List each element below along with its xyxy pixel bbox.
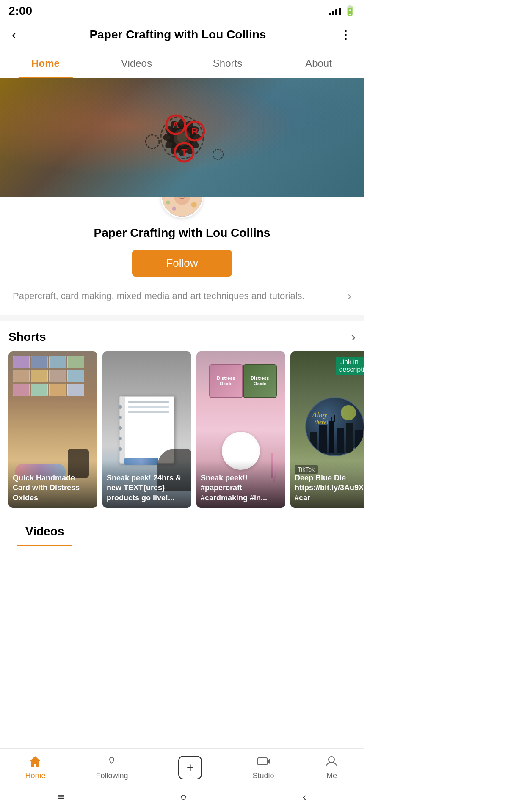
svg-point-17 (213, 149, 223, 159)
svg-rect-31 (329, 421, 334, 453)
android-home-button[interactable]: ○ (180, 790, 187, 804)
channel-banner: A R T (0, 78, 364, 197)
nav-item-studio[interactable]: Studio (252, 754, 274, 780)
status-bar: 2:00 🔋 (0, 0, 364, 20)
svg-text:Ahoy: Ahoy (312, 411, 328, 419)
nav-label-home: Home (25, 771, 45, 780)
status-time: 2:00 (8, 4, 32, 18)
short-caption: Quick Handmade Card with Distress Oxides (8, 461, 97, 508)
back-button[interactable]: ‹ (8, 26, 19, 44)
channel-description: Papercraft, card making, mixed media and… (13, 291, 343, 302)
svg-rect-33 (346, 423, 353, 453)
chevron-right-icon: › (348, 289, 351, 303)
tab-videos[interactable]: Videos (91, 49, 182, 78)
nav-item-me[interactable]: Me (324, 754, 339, 780)
svg-rect-30 (319, 425, 327, 453)
android-menu-button[interactable]: ≡ (58, 790, 64, 804)
create-button[interactable]: + (178, 756, 202, 779)
android-nav: ≡ ○ ‹ (0, 785, 364, 812)
oxide-grid (13, 356, 84, 396)
svg-rect-40 (258, 758, 267, 765)
nav-label-me: Me (326, 771, 337, 780)
page-title: Paper Crafting with Lou Collins (19, 28, 336, 41)
description-row[interactable]: Papercraft, card making, mixed media and… (8, 289, 356, 303)
channel-name: Paper Crafting with Lou Collins (94, 226, 271, 240)
svg-rect-34 (355, 430, 363, 453)
section-divider (0, 315, 364, 321)
short-card[interactable]: Ahoy there! Link indescription TikTok De… (290, 351, 364, 508)
profile-section: Paper Crafting with Lou Collins Follow P… (0, 197, 364, 315)
shorts-header: Shorts › (0, 329, 364, 351)
signal-icon (329, 7, 341, 15)
shorts-chevron-icon[interactable]: › (351, 329, 356, 345)
svg-point-42 (329, 757, 334, 763)
short-caption: Sneak peek!! #papercraft #cardmaking #in… (196, 461, 285, 508)
banner-art: A R T (110, 82, 254, 192)
nav-label-studio: Studio (252, 771, 274, 780)
shorts-section: Shorts › Quick Handmade Card with Distre… (0, 321, 364, 516)
status-icons: 🔋 (329, 5, 356, 16)
me-icon (324, 754, 339, 769)
shorts-scroll: Quick Handmade Card with Distress Oxides (0, 351, 364, 508)
short-caption: Sneak peek! 24hrs & new TEXT{ures} produ… (102, 461, 191, 508)
android-back-button[interactable]: ‹ (303, 790, 306, 804)
more-options-button[interactable]: ⋮ (336, 25, 356, 44)
svg-text:T: T (181, 147, 187, 158)
svg-rect-36 (334, 415, 335, 422)
nav-item-home[interactable]: Home (25, 754, 45, 780)
overlay-text: Link indescription (336, 357, 364, 375)
svg-rect-32 (337, 428, 344, 453)
svg-text:there!: there! (315, 419, 329, 425)
svg-text:A: A (172, 120, 179, 130)
tab-about[interactable]: About (273, 49, 364, 78)
videos-section-title: Videos (25, 525, 64, 538)
svg-point-25 (166, 200, 170, 204)
svg-text:R: R (191, 126, 198, 137)
videos-section: Videos (0, 516, 364, 639)
bottom-nav: Home Following + Studio (0, 748, 364, 812)
short-caption: Deep Blue Die https://bit.ly/3Au9XOg #ca… (290, 461, 364, 508)
studio-icon (256, 754, 271, 769)
short-card[interactable]: Quick Handmade Card with Distress Oxides (8, 351, 97, 508)
shorts-section-title: Shorts (8, 330, 46, 344)
tab-shorts[interactable]: Shorts (182, 49, 273, 78)
nav-item-following[interactable]: Following (96, 754, 128, 780)
svg-point-27 (172, 207, 176, 211)
battery-icon: 🔋 (344, 5, 356, 16)
svg-rect-29 (310, 432, 317, 453)
bottom-nav-items: Home Following + Studio (0, 749, 364, 785)
top-nav: ‹ Paper Crafting with Lou Collins ⋮ (0, 20, 364, 49)
svg-point-37 (341, 405, 356, 420)
following-icon (105, 754, 119, 769)
nav-label-following: Following (96, 771, 128, 780)
short-card[interactable]: Sneak peek! 24hrs & new TEXT{ures} produ… (102, 351, 191, 508)
tab-home[interactable]: Home (0, 49, 91, 78)
svg-point-26 (191, 202, 197, 207)
nav-item-create[interactable]: + (178, 756, 202, 779)
tab-bar: Home Videos Shorts About (0, 49, 364, 78)
svg-rect-35 (331, 417, 332, 423)
svg-point-16 (146, 135, 159, 148)
short-card[interactable]: DistressOxide DistressOxide Sneak peek!!… (196, 351, 285, 508)
home-icon (28, 754, 42, 769)
videos-title-bar: Videos (17, 525, 72, 546)
follow-button[interactable]: Follow (132, 250, 232, 277)
